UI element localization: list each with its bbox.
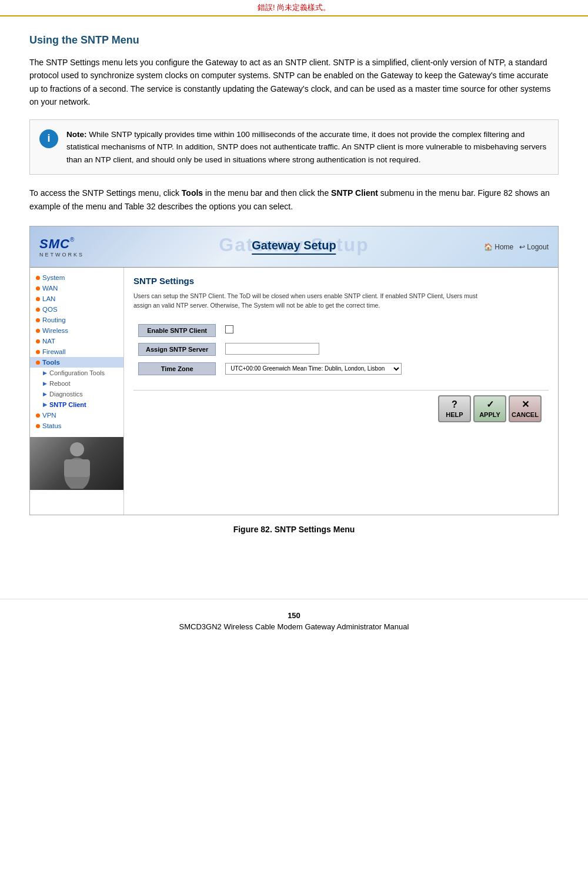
sidebar-item-firewall[interactable]: Firewall — [30, 346, 123, 357]
sidebar-item-lan[interactable]: LAN — [30, 293, 123, 304]
gateway-title-main: Gateway Setup — [252, 239, 336, 255]
sidebar-item-reboot[interactable]: ▶ Reboot — [30, 378, 123, 389]
gateway-title-area: Gateway Setup Gateway Setup — [252, 239, 336, 255]
dot-icon — [36, 350, 40, 354]
info-icon: i — [39, 129, 58, 148]
sidebar-label-tools: Tools — [42, 359, 60, 366]
sidebar-label-wan: WAN — [42, 285, 58, 292]
apply-button[interactable]: ✓ APPLY — [473, 395, 506, 422]
dot-icon — [36, 297, 40, 301]
arrow-icon: ▶ — [43, 370, 47, 376]
gateway-main-panel: SNTP Settings Users can setup the SNTP C… — [124, 268, 558, 515]
dot-icon — [36, 318, 40, 322]
dot-icon — [36, 361, 40, 365]
sidebar-label-lan: LAN — [42, 295, 55, 302]
sidebar-label-config-tools: Configuration Tools — [49, 369, 105, 376]
arrow-icon: ▶ — [43, 402, 47, 408]
dot-icon — [36, 339, 40, 343]
label-enable-sntp: Enable SNTP Client — [138, 324, 216, 337]
dot-icon — [36, 308, 40, 312]
help-label: HELP — [446, 411, 463, 418]
smc-logo: SMC ® Networks — [39, 236, 84, 258]
logout-label: Logout — [527, 243, 549, 251]
select-timezone[interactable]: UTC+00:00 Greenwich Mean Time: Dublin, L… — [225, 363, 402, 375]
section-title: Using the SNTP Menu — [29, 34, 559, 46]
sidebar-label-qos: QOS — [42, 306, 58, 313]
form-row-assign-server: Assign SNTP Server — [133, 340, 406, 359]
help-icon: ? — [452, 399, 457, 410]
label-timezone: Time Zone — [138, 362, 216, 375]
form-row-enable: Enable SNTP Client — [133, 321, 406, 340]
sidebar-image — [30, 437, 123, 490]
sidebar-item-diagnostics[interactable]: ▶ Diagnostics — [30, 389, 123, 399]
sidebar-label-firewall: Firewall — [42, 348, 66, 355]
page-footer: 150 SMCD3GN2 Wireless Cable Modem Gatewa… — [0, 599, 588, 637]
note-content: Note: While SNTP typically provides time… — [66, 128, 549, 166]
logo-smc: SMC — [39, 236, 70, 252]
home-link[interactable]: 🏠 Home — [484, 243, 513, 251]
apply-label: APPLY — [479, 411, 500, 418]
sidebar-label-nat: NAT — [42, 338, 55, 345]
doc-title: SMCD3GN2 Wireless Cable Modem Gateway Ad… — [0, 622, 588, 631]
apply-icon: ✓ — [486, 399, 494, 410]
gateway-sidebar: System WAN LAN QOS Routing — [30, 268, 124, 515]
sidebar-item-tools[interactable]: Tools — [30, 357, 123, 368]
dot-icon — [36, 413, 40, 418]
sidebar-item-sntp-client[interactable]: ▶ SNTP Client — [30, 399, 123, 410]
dot-icon — [36, 286, 40, 291]
sidebar-label-wireless: Wireless — [42, 327, 68, 334]
figure-caption: Figure 82. SNTP Settings Menu — [29, 525, 559, 534]
label-assign-server: Assign SNTP Server — [138, 343, 216, 356]
gateway-action-buttons: ? HELP ✓ APPLY ✕ CANCEL — [133, 390, 549, 427]
logout-icon: ↩ — [519, 243, 525, 251]
form-row-timezone: Time Zone UTC+00:00 Greenwich Mean Time:… — [133, 359, 406, 378]
sidebar-item-nat[interactable]: NAT — [30, 336, 123, 346]
error-bar: 錯誤! 尚未定義樣式。 — [0, 0, 588, 16]
logo-reg: ® — [70, 236, 74, 243]
page-number: 150 — [0, 611, 588, 620]
logout-link[interactable]: ↩ Logout — [519, 243, 549, 251]
note-box: i Note: While SNTP typically provides ti… — [29, 119, 559, 175]
sidebar-label-routing: Routing — [42, 316, 66, 323]
sidebar-item-routing[interactable]: Routing — [30, 315, 123, 325]
error-text: 錯誤! 尚未定義樣式。 — [258, 3, 330, 12]
sntp-form-table: Enable SNTP Client Assign SNTP Server — [133, 321, 406, 378]
dot-icon — [36, 424, 40, 428]
svg-rect-2 — [64, 459, 90, 477]
sidebar-item-system[interactable]: System — [30, 272, 123, 283]
home-icon: 🏠 — [484, 243, 493, 251]
help-button[interactable]: ? HELP — [438, 395, 471, 422]
sidebar-label-system: System — [42, 274, 65, 281]
gateway-header: SMC ® Networks Gateway Setup Gateway Set… — [30, 226, 558, 268]
sidebar-item-status[interactable]: Status — [30, 421, 123, 431]
cancel-button[interactable]: ✕ CANCEL — [509, 395, 542, 422]
sidebar-label-vpn: VPN — [42, 412, 56, 419]
sidebar-item-qos[interactable]: QOS — [30, 304, 123, 315]
arrow-icon: ▶ — [43, 391, 47, 397]
cancel-icon: ✕ — [522, 399, 529, 410]
logo-networks: Networks — [39, 252, 84, 258]
checkbox-enable-sntp[interactable] — [225, 325, 233, 333]
note-label: Note: — [66, 130, 87, 139]
home-label: Home — [495, 243, 513, 251]
gateway-body: System WAN LAN QOS Routing — [30, 268, 558, 515]
sidebar-label-reboot: Reboot — [49, 380, 70, 387]
arrow-icon: ▶ — [43, 381, 47, 386]
panel-description: Users can setup the SNTP Client. The ToD… — [133, 292, 486, 311]
sidebar-item-wireless[interactable]: Wireless — [30, 325, 123, 336]
sidebar-item-vpn[interactable]: VPN — [30, 410, 123, 421]
sidebar-item-wan[interactable]: WAN — [30, 283, 123, 293]
sidebar-label-status: Status — [42, 422, 62, 429]
main-content: Using the SNTP Menu The SNTP Settings me… — [0, 16, 588, 575]
gateway-nav-links: 🏠 Home ↩ Logout — [484, 243, 549, 251]
note-body: While SNTP typically provides time withi… — [66, 130, 546, 164]
sidebar-item-config-tools[interactable]: ▶ Configuration Tools — [30, 368, 123, 378]
gateway-screenshot: SMC ® Networks Gateway Setup Gateway Set… — [29, 226, 559, 515]
body-paragraph-1: The SNTP Settings menu lets you configur… — [29, 56, 559, 109]
cancel-label: CANCEL — [512, 411, 539, 418]
sidebar-label-sntp-client: SNTP Client — [49, 401, 86, 408]
svg-point-0 — [70, 442, 84, 456]
input-sntp-server[interactable] — [225, 343, 319, 355]
dot-icon — [36, 329, 40, 333]
dot-icon — [36, 276, 40, 280]
